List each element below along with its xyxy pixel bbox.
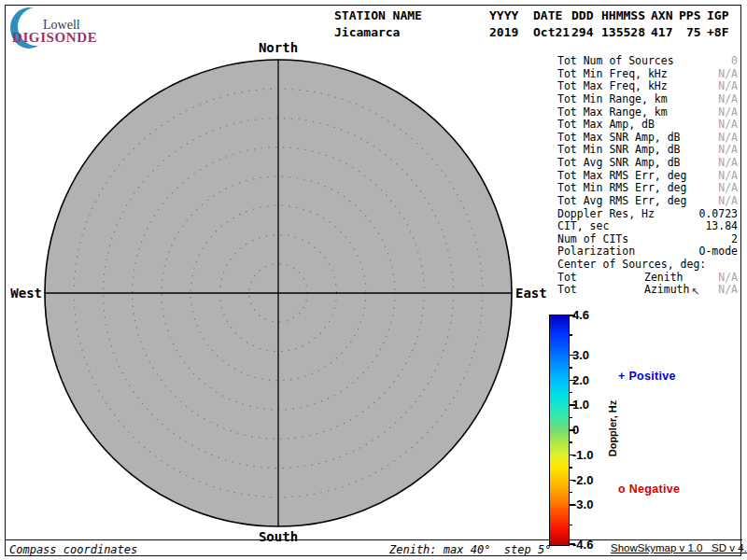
colorbar-minor-tick [569, 367, 572, 369]
colorbar-tick-label: 3.0 [572, 348, 589, 362]
colorbar-tick-label: -2.0 [572, 473, 593, 487]
colorbar-minor-tick [569, 467, 572, 469]
colorbar-tick-label: -4.6 [572, 538, 593, 552]
circle-icon: o [618, 483, 626, 496]
stat-value: N/A [718, 93, 738, 106]
zenith-range-note: Zenith: max 40° step 5° [389, 543, 551, 556]
stat-value: N/A [718, 182, 738, 195]
header-col-yyyy: YYYY [489, 8, 518, 22]
stat-value: N/A [718, 106, 738, 119]
colorbar-minor-tick [569, 441, 572, 443]
stat-row-max-range: Tot Max Range, kmN/A [557, 106, 738, 119]
compass-label-west: West [0, 286, 42, 301]
header-val-ddd: 294 [571, 25, 593, 39]
colorbar-tick-label: 4.6 [572, 308, 589, 322]
stat-row-avg-snr: Tot Avg SNR Amp, dBN/A [557, 157, 738, 170]
stat-row-min-snr: Tot Min SNR Amp, dBN/A [557, 144, 738, 157]
logo-digisonde-text: DIGISONDE [12, 30, 97, 46]
stat-value: N/A [718, 284, 738, 297]
stat-value: N/A [718, 195, 738, 208]
legend-negative: o Negative [618, 483, 680, 496]
software-version-note: ShowSkymap v 1.0 SD v 4.2 [611, 542, 747, 553]
stat-row-doppler-res: Doppler Res, Hz0.0723 [557, 208, 738, 221]
header-val-date: Oct21 [533, 25, 570, 39]
legend-positive-label: Positive [628, 370, 675, 383]
statistics-panel: Tot Num of Sources0 Tot Min Freq, kHzN/A… [557, 55, 738, 297]
header-val-hhmmss: 135528 [601, 25, 645, 39]
stat-row-min-freq: Tot Min Freq, kHzN/A [557, 68, 738, 81]
stat-value: 0 [731, 55, 738, 68]
stat-value: N/A [718, 132, 738, 145]
compass-label-east: East [515, 286, 547, 301]
colorbar-tick-label: 1.0 [572, 398, 589, 412]
stat-value: N/A [718, 170, 738, 183]
stat-row-center-of-sources: Center of Sources, deg: [557, 259, 738, 272]
colorbar-tick-label: 2.0 [572, 373, 589, 387]
legend-positive: + Positive [618, 370, 676, 383]
stat-row-cit: CIT, sec13.84 [557, 220, 738, 233]
compass-label-south: South [241, 529, 316, 544]
colorbar-axis-title: Doppler, Hz [607, 382, 618, 475]
stat-value: N/A [718, 119, 738, 132]
header-col-hhmmss: HHMMSS [601, 8, 645, 22]
colorbar-minor-tick [569, 492, 572, 494]
stat-row-min-rms: Tot Min RMS Err, degN/A [557, 182, 738, 195]
header-col-pps: PPS [679, 8, 700, 22]
header-val-pps: 75 [686, 25, 701, 39]
mouse-cursor-icon: ↖ [691, 286, 699, 298]
stat-row-azimuth: TotAzimuthN/A [557, 284, 738, 297]
stat-value: 2 [731, 233, 738, 246]
header-col-axn: AXN [651, 8, 672, 22]
stat-row-avg-rms: Tot Avg RMS Err, degN/A [557, 195, 738, 208]
header-val-station-name: Jicamarca [334, 25, 400, 39]
header-col-station-name: STATION NAME [334, 8, 422, 22]
stat-row-zenith: TotZenithN/A [557, 272, 738, 285]
stat-value: 0.0723 [698, 208, 738, 221]
stat-value: 13.84 [705, 220, 738, 233]
legend-negative-label: Negative [629, 483, 681, 496]
plus-icon: + [618, 370, 626, 383]
colorbar-minor-tick [569, 392, 572, 394]
stat-value: N/A [718, 80, 738, 93]
stat-row-num-sources: Tot Num of Sources0 [557, 55, 738, 68]
stat-value: O-mode [698, 245, 738, 259]
header-val-igp: +8F [707, 25, 728, 39]
colorbar-minor-tick [569, 417, 572, 419]
stat-row-polarization: PolarizationO-mode [557, 245, 738, 259]
colorbar-tick-label: 0 [572, 423, 579, 437]
stat-row-min-range: Tot Min Range, kmN/A [557, 93, 738, 106]
stat-row-num-cits: Num of CITs2 [557, 233, 738, 246]
colorbar-minor-tick [569, 525, 572, 526]
header-col-ddd: DDD [571, 8, 593, 22]
header-val-yyyy: 2019 [489, 25, 518, 39]
header-val-axn: 417 [651, 25, 672, 39]
colorbar-tick-label: -3.0 [572, 497, 593, 511]
compass-label-north: North [241, 40, 316, 55]
stat-value: N/A [718, 157, 738, 170]
colorbar-tick-label: -1.0 [572, 448, 593, 462]
doppler-colorbar [549, 315, 570, 546]
colorbar-minor-tick [569, 334, 572, 336]
stat-value: N/A [718, 144, 738, 157]
stat-value: N/A [718, 272, 738, 285]
stat-row-max-snr: Tot Max SNR Amp, dBN/A [557, 132, 738, 145]
stat-value: N/A [718, 68, 738, 81]
coordinates-mode-note: Compass coordinates [9, 543, 137, 556]
header-col-date: DATE [533, 8, 562, 22]
stat-row-max-rms: Tot Max RMS Err, degN/A [557, 170, 738, 183]
stat-row-max-amp: Tot Max Amp, dBN/A [557, 119, 738, 132]
stat-row-max-freq: Tot Max Freq, kHzN/A [557, 80, 738, 93]
header-col-igp: IGP [707, 8, 728, 22]
